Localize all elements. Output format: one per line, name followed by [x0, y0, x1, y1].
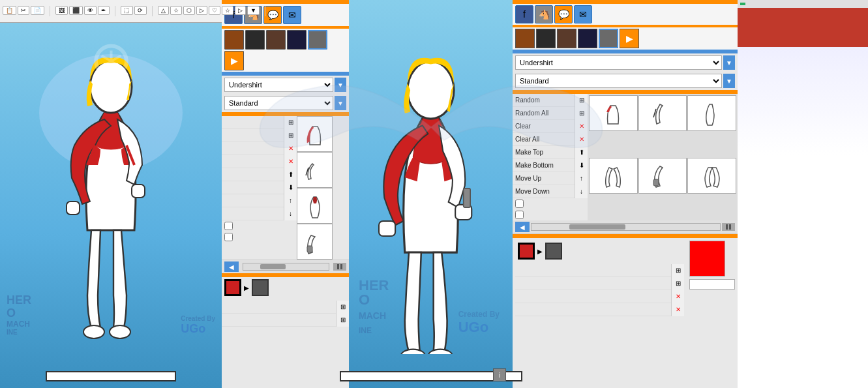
- image-btn3[interactable]: 👁: [84, 6, 97, 15]
- shape-btn4[interactable]: ▷: [196, 6, 207, 15]
- ad-panel: [738, 0, 868, 388]
- match-pairs-checkbox[interactable]: [224, 222, 233, 230]
- right-color-right: [687, 241, 735, 316]
- right-horse-icon[interactable]: 🐴: [535, 5, 553, 23]
- right-scroll-thumb: [569, 224, 626, 230]
- shape-btn5[interactable]: ♡: [209, 6, 220, 15]
- image-btn2[interactable]: ⬛: [69, 6, 83, 15]
- copy-button[interactable]: 📄: [31, 6, 44, 15]
- large-color-swatch[interactable]: [689, 241, 725, 276]
- cut-button[interactable]: ✂: [18, 6, 29, 15]
- svg-rect-1: [132, 185, 145, 198]
- shapes-group: △ ☆ ⬡ ▷ ♡ ☆ ▷ ▼: [158, 6, 265, 16]
- ad-new-badge: [740, 3, 745, 5]
- select-btn[interactable]: ⬚: [121, 6, 133, 15]
- svg-point-14: [400, 349, 425, 353]
- center-character-display: HEROMACHINE Created ByUGo i: [349, 0, 513, 388]
- center-wings: [235, 23, 627, 349]
- tools-group: ⬚ ⟳: [121, 6, 153, 16]
- left-character-name[interactable]: [46, 371, 176, 381]
- shape-more[interactable]: ▼: [247, 6, 260, 15]
- ad-top-row: [738, 0, 868, 8]
- community-icon4[interactable]: ✉: [283, 6, 301, 24]
- paste-button[interactable]: 📋: [3, 6, 16, 15]
- clipboard-group: 📋 ✂ 📄: [3, 6, 50, 16]
- image-btn1[interactable]: 🖼: [55, 6, 68, 15]
- right-pause-btn[interactable]: [722, 223, 735, 231]
- shape-btn6[interactable]: ☆: [222, 6, 233, 15]
- right-thumb-2[interactable]: [638, 95, 687, 131]
- right-thumb-5[interactable]: [638, 158, 687, 194]
- ad-content: [738, 0, 868, 388]
- right-color-random-icon[interactable]: ⊞: [671, 264, 684, 277]
- lock-current-checkbox[interactable]: [224, 233, 233, 241]
- right-slot-arrow[interactable]: ▼: [723, 55, 735, 70]
- svg-rect-17: [653, 179, 659, 186]
- right-genre-arrow[interactable]: ▼: [723, 74, 735, 88]
- svg-point-4: [83, 325, 104, 338]
- shape-btn7[interactable]: ▷: [235, 6, 246, 15]
- shape-btn2[interactable]: ☆: [170, 6, 182, 15]
- rotate-btn[interactable]: ⟳: [134, 6, 147, 15]
- right-scroll-track[interactable]: [531, 223, 721, 231]
- svg-point-15: [428, 349, 453, 353]
- left-figure-area: ⊛: [0, 23, 222, 359]
- shape-btn3[interactable]: ⬡: [183, 6, 195, 15]
- right-color-clear-icon[interactable]: ✕: [671, 290, 684, 303]
- created-by-left: Created ByUGo: [181, 315, 215, 336]
- created-by-center: Created ByUGo: [458, 310, 500, 336]
- right-thumb-6[interactable]: [687, 158, 736, 194]
- corner-icon[interactable]: i: [493, 368, 506, 381]
- image-btn4[interactable]: ✒: [98, 6, 110, 15]
- watermark-left: HEROMACHINE: [7, 294, 31, 336]
- toolbar: 📋 ✂ 📄 🖼 ⬛ 👁 ✒ ⬚ ⟳ △ ☆: [0, 0, 222, 23]
- ad-shop-btn-container: [743, 18, 863, 42]
- right-color-clear-all-icon[interactable]: ✕: [671, 303, 684, 316]
- svg-point-5: [110, 325, 130, 338]
- right-chat-icon[interactable]: 💬: [554, 5, 573, 23]
- ad-main: [738, 8, 868, 47]
- right-color-random-all-icon[interactable]: ⊞: [671, 277, 684, 290]
- svg-rect-2: [67, 201, 80, 215]
- right-community-icons: f 🐴 💬 ✉: [513, 4, 738, 25]
- right-facebook-icon[interactable]: f: [515, 5, 533, 23]
- right-mail-icon[interactable]: ✉: [574, 5, 592, 23]
- left-character-display: 📋 ✂ 📄 🖼 ⬛ 👁 ✒ ⬚ ⟳ △ ☆: [0, 0, 222, 388]
- rgb-display: [689, 279, 735, 290]
- right-thumb-3[interactable]: [687, 95, 736, 131]
- watermark-center: HEROMACHINE: [359, 278, 389, 336]
- image-group: 🖼 ⬛ 👁 ✒: [55, 6, 115, 16]
- ad-shop-button[interactable]: [790, 25, 816, 35]
- shape-btn1[interactable]: △: [158, 6, 169, 15]
- community-icon3[interactable]: 💬: [263, 6, 282, 24]
